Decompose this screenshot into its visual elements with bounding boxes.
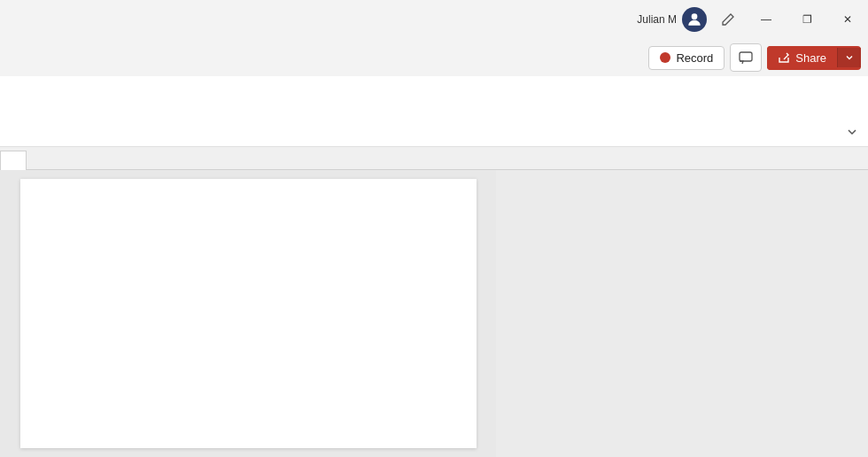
share-main-button[interactable]: Share [767, 46, 837, 70]
share-dropdown-button[interactable] [837, 48, 861, 67]
slide-canvas [20, 179, 477, 448]
maximize-button[interactable]: ❐ [787, 0, 827, 39]
ribbon-collapse-button[interactable] [841, 121, 863, 143]
comment-icon [739, 50, 753, 65]
pen-icon-button[interactable] [714, 5, 742, 34]
share-button-group: Share [767, 46, 861, 70]
toolbar-actions: Record Share [648, 43, 861, 72]
share-icon [778, 51, 790, 64]
record-label: Record [676, 51, 713, 65]
record-dot-icon [660, 52, 670, 63]
title-bar-icons [714, 5, 742, 34]
tab-slides[interactable] [0, 151, 27, 170]
main-content [0, 170, 868, 457]
user-name-label: Julian M [637, 13, 677, 26]
share-label: Share [795, 51, 826, 65]
minimize-button[interactable]: — [746, 0, 787, 39]
record-button[interactable]: Record [648, 46, 725, 70]
title-bar: Julian M — ❐ ✕ [0, 0, 868, 39]
toolbar: Record Share [0, 39, 868, 76]
user-info: Julian M [637, 7, 707, 32]
comment-button[interactable] [730, 43, 762, 72]
window-controls: — ❐ ✕ [746, 0, 868, 39]
svg-point-0 [692, 13, 698, 19]
notes-panel [496, 170, 868, 457]
svg-rect-1 [740, 52, 752, 61]
ribbon [0, 76, 868, 147]
tab-bar [0, 147, 868, 170]
avatar[interactable] [682, 7, 707, 32]
chevron-down-icon [845, 53, 854, 62]
close-button[interactable]: ✕ [827, 0, 868, 39]
chevron-down-icon [846, 126, 858, 138]
slide-panel [0, 170, 496, 457]
